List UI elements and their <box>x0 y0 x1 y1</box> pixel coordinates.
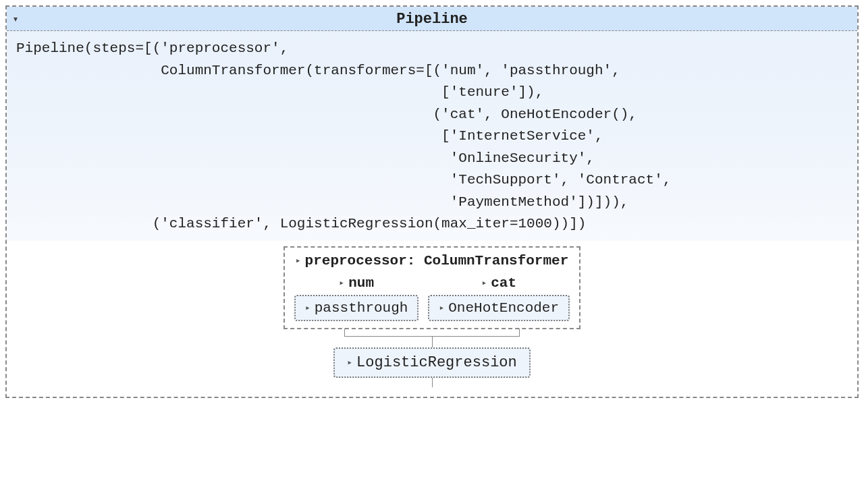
caret-right-icon[interactable]: ▸ <box>481 277 487 288</box>
caret-right-icon[interactable]: ▸ <box>296 255 301 266</box>
cat-label: cat <box>491 275 516 291</box>
pipeline-title: Pipeline <box>396 11 468 28</box>
pipeline-header[interactable]: ▾ Pipeline <box>7 7 857 31</box>
caret-down-icon[interactable]: ▾ <box>14 14 18 24</box>
onehotencoder-label: OneHotEncoder <box>448 300 559 316</box>
logisticregression-box[interactable]: ▸ LogisticRegression <box>333 347 530 378</box>
preprocessor-box[interactable]: ▸ preprocessor: ColumnTransformer ▸ num … <box>284 246 581 329</box>
transformer-columns: ▸ num ▸ passthrough ▸ cat ▸ OneH <box>294 275 570 321</box>
connector-tail <box>432 378 433 387</box>
pipeline-repr-code: Pipeline(steps=[('preprocessor', ColumnT… <box>7 31 857 241</box>
caret-right-icon[interactable]: ▸ <box>305 302 310 313</box>
connector-vertical <box>432 337 433 347</box>
caret-right-icon[interactable]: ▸ <box>439 302 444 313</box>
pipeline-diagram: ▸ preprocessor: ColumnTransformer ▸ num … <box>7 241 857 397</box>
num-column: ▸ num ▸ passthrough <box>294 275 418 321</box>
logisticregression-label: LogisticRegression <box>356 354 517 371</box>
num-column-header[interactable]: ▸ num <box>339 275 374 295</box>
preprocessor-title: preprocessor: ColumnTransformer <box>305 253 569 269</box>
cat-column: ▸ cat ▸ OneHotEncoder <box>428 275 570 321</box>
connector-horizontal <box>344 329 520 337</box>
num-label: num <box>348 275 374 291</box>
pipeline-container: ▾ Pipeline Pipeline(steps=[('preprocesso… <box>5 5 859 398</box>
caret-right-icon[interactable]: ▸ <box>339 277 344 288</box>
onehotencoder-box[interactable]: ▸ OneHotEncoder <box>428 295 570 321</box>
passthrough-box[interactable]: ▸ passthrough <box>294 295 418 321</box>
preprocessor-header[interactable]: ▸ preprocessor: ColumnTransformer <box>294 250 570 275</box>
caret-right-icon[interactable]: ▸ <box>347 357 352 368</box>
cat-column-header[interactable]: ▸ cat <box>481 275 516 295</box>
passthrough-label: passthrough <box>315 300 408 316</box>
